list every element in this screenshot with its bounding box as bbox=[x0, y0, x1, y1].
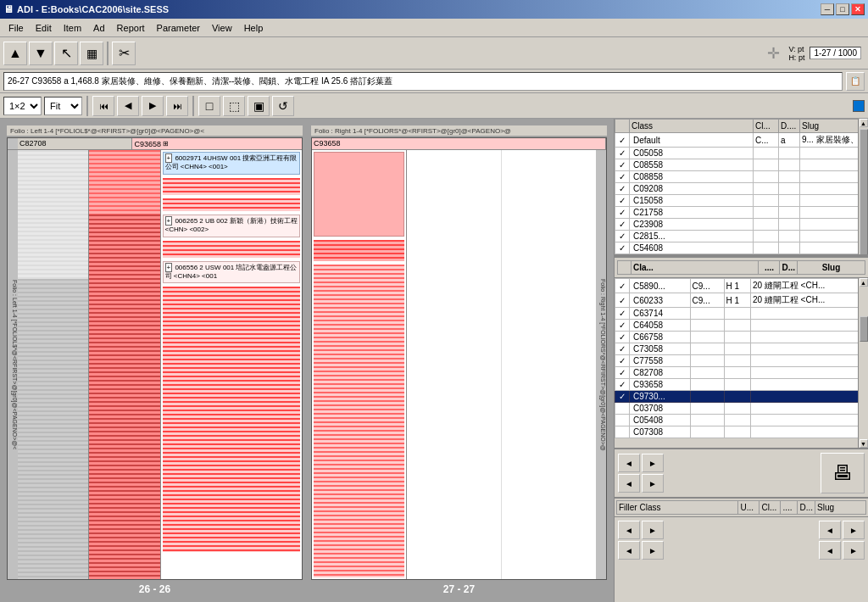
menu-item[interactable]: Item bbox=[58, 21, 86, 35]
left-col1-body bbox=[18, 150, 89, 579]
view-btn3[interactable]: ▣ bbox=[248, 96, 270, 116]
lower-scroll-thumb[interactable] bbox=[860, 316, 868, 342]
right-panel: Class Cl... D.... Slug ✓ Default C... a … bbox=[614, 119, 868, 602]
lower-row-c05408[interactable]: C05408 bbox=[615, 415, 868, 426]
app-icon: 🖥 bbox=[3, 3, 14, 15]
header-class: Class bbox=[630, 120, 754, 133]
nav-up-right[interactable]: ► bbox=[642, 454, 664, 472]
bottom-nav-1[interactable]: ◄ bbox=[618, 521, 640, 539]
class-row-c21758[interactable]: ✓ C21758 bbox=[615, 207, 868, 219]
menu-edit[interactable]: Edit bbox=[31, 21, 57, 35]
nav-first-button[interactable]: ⏮ bbox=[92, 96, 114, 116]
scroll-thumb-upper[interactable] bbox=[860, 129, 868, 256]
bottom-nav-6[interactable]: ► bbox=[843, 521, 865, 539]
color-indicator[interactable] bbox=[853, 100, 865, 112]
left-col2-header: C93658 ⊞ bbox=[132, 138, 302, 149]
bottom-nav-3[interactable]: ◄ bbox=[618, 541, 640, 560]
lower-row-c9730-selected[interactable]: ✓ C9730... bbox=[615, 391, 868, 403]
nav-last-button[interactable]: ⏭ bbox=[166, 96, 188, 116]
menu-file[interactable]: File bbox=[3, 21, 29, 35]
bottom-nav-5[interactable]: ◄ bbox=[819, 521, 841, 539]
toolbar: ▲ ▼ ↖ ▦ ✂ ✛ V: pt H: pt 1-27 / 1000 bbox=[0, 37, 868, 70]
move-up-button[interactable]: ▲ bbox=[3, 42, 27, 65]
view-btn1[interactable]: □ bbox=[198, 96, 220, 116]
v-label: V: pt bbox=[788, 45, 804, 53]
nav-next-button[interactable]: ▶ bbox=[142, 96, 164, 116]
lower-row-c60233[interactable]: ✓ C60233 C9... H 1 20 縫閘工程 <CH... bbox=[615, 293, 868, 308]
expand-btn-3[interactable]: + bbox=[165, 263, 173, 272]
right-stripe-2 bbox=[314, 265, 404, 577]
lower-row-c07308[interactable]: C07308 bbox=[615, 426, 868, 438]
content-block-2[interactable]: + 006265 2 UB 002 新穎（新港）技術工程 <CHN> <002> bbox=[163, 215, 301, 237]
view-btn2[interactable]: ⬚ bbox=[223, 96, 245, 116]
menu-view[interactable]: View bbox=[207, 21, 237, 35]
toolbar2-sep1 bbox=[86, 96, 88, 116]
left-page-body: Folio : Left 1-4 [*FOLIOL$*@<RFIRST>@[gr… bbox=[8, 150, 302, 579]
lower-row-c66758[interactable]: ✓ C66758 bbox=[615, 332, 868, 343]
lower-scroll-down[interactable]: ▼ bbox=[860, 439, 868, 448]
maximize-button[interactable]: □ bbox=[836, 3, 849, 15]
lower-row-c77558[interactable]: ✓ C77558 bbox=[615, 355, 868, 367]
grid-button[interactable]: ▦ bbox=[80, 42, 103, 65]
cl-default: C... bbox=[753, 133, 778, 148]
lower-scroll-track-bottom bbox=[860, 342, 868, 439]
bottom-nav-bottom: ◄ ► bbox=[618, 541, 664, 560]
move-down-button[interactable]: ▼ bbox=[29, 42, 53, 65]
filler-d: D... bbox=[798, 501, 815, 515]
toolbar-separator bbox=[107, 42, 108, 65]
class-row-default[interactable]: ✓ Default C... a 9... 家居裝修、... bbox=[615, 133, 868, 148]
upper-scrollbar[interactable]: ▲ ▼ bbox=[858, 119, 868, 256]
menu-parameter[interactable]: Parameter bbox=[152, 21, 205, 35]
lower-row-c03708[interactable]: C03708 bbox=[615, 403, 868, 415]
lower-scroll-up[interactable]: ▲ bbox=[860, 278, 868, 287]
info-action-button[interactable]: 📋 bbox=[846, 72, 865, 91]
lower-scrollbar[interactable]: ▲ ▼ bbox=[858, 278, 868, 448]
close-button[interactable]: ✕ bbox=[851, 3, 865, 15]
lower-row-c64058[interactable]: ✓ C64058 bbox=[615, 320, 868, 332]
menu-ad[interactable]: Ad bbox=[88, 21, 109, 35]
class-row-c54608[interactable]: ✓ C54608 bbox=[615, 242, 868, 254]
right-page-wrapper: Folio : Right 1-4 [*FOLIORS*@<RFIRST>@[g… bbox=[311, 125, 607, 595]
class-row-c09208[interactable]: ✓ C09208 bbox=[615, 183, 868, 195]
bottom-right-nav-top: ◄ ► bbox=[819, 521, 865, 539]
left-page[interactable]: C82708 C93658 ⊞ Folio : Left 1-4 [*FOLIO… bbox=[7, 137, 303, 580]
content-block-1[interactable]: + 6002971 4UHSW 001 搜索亞洲工程有限公司 <CHN4> <0… bbox=[163, 152, 301, 175]
bottom-nav-4[interactable]: ► bbox=[642, 541, 664, 560]
view-btn4[interactable]: ↺ bbox=[272, 96, 294, 116]
nav-down-left[interactable]: ◄ bbox=[618, 474, 640, 493]
bottom-nav-7[interactable]: ◄ bbox=[819, 541, 841, 560]
cursor-button[interactable]: ↖ bbox=[54, 42, 78, 65]
stamp-button[interactable]: 🖶 bbox=[821, 453, 865, 493]
page-counter: 1-27 / 1000 bbox=[810, 47, 861, 59]
minimize-button[interactable]: ─ bbox=[821, 3, 834, 15]
title-text: 🖥 ADI - E:Books\CAC2006\site.SESS bbox=[3, 3, 169, 15]
lower-row-c82708[interactable]: ✓ C82708 bbox=[615, 367, 868, 379]
expand-btn-2[interactable]: + bbox=[165, 216, 173, 226]
zoom-select[interactable]: Fit 50% 100% bbox=[44, 97, 82, 115]
expand-btn-1[interactable]: + bbox=[165, 153, 173, 163]
scissors-button[interactable]: ✂ bbox=[112, 42, 136, 65]
menu-report[interactable]: Report bbox=[112, 21, 150, 35]
expand-header-icon[interactable]: ⊞ bbox=[163, 140, 169, 148]
scroll-up-arrow[interactable]: ▲ bbox=[860, 119, 868, 127]
nav-down-right[interactable]: ► bbox=[642, 474, 664, 493]
lower-row-c73058[interactable]: ✓ C73058 bbox=[615, 343, 868, 355]
lower-row-c93658[interactable]: ✓ C93658 bbox=[615, 379, 868, 391]
class-row-c08558[interactable]: ✓ C08558 bbox=[615, 159, 868, 171]
class-row-c15058[interactable]: ✓ C15058 bbox=[615, 195, 868, 207]
class-row-c05058[interactable]: ✓ C05058 bbox=[615, 148, 868, 159]
bottom-nav-2[interactable]: ► bbox=[642, 521, 664, 539]
nav-up-left[interactable]: ◄ bbox=[618, 454, 640, 472]
class-row-c23908[interactable]: ✓ C23908 bbox=[615, 219, 868, 231]
nav-prev-button[interactable]: ◀ bbox=[117, 96, 139, 116]
bottom-nav-8[interactable]: ► bbox=[843, 541, 865, 560]
filler-slug: Slug bbox=[815, 501, 866, 515]
lower-row-c63714[interactable]: ✓ C63714 bbox=[615, 308, 868, 320]
content-block-3[interactable]: + 006556 2 USW 001 培記水電盎源工程公司 <CHN4> <00… bbox=[163, 261, 301, 284]
layout-select[interactable]: 1×2 1×1 2×2 bbox=[3, 97, 42, 115]
class-row-c08858[interactable]: ✓ C08858 bbox=[615, 171, 868, 183]
lower-row-c5890[interactable]: ✓ C5890... C9... H 1 20 縫閘工程 <CH... bbox=[615, 279, 868, 293]
menu-help[interactable]: Help bbox=[239, 21, 269, 35]
right-page[interactable]: C93658 Folio : Right 1-4 [*FOLIORS*@<RFI… bbox=[311, 137, 607, 580]
class-row-c2815[interactable]: ✓ C2815... bbox=[615, 231, 868, 242]
